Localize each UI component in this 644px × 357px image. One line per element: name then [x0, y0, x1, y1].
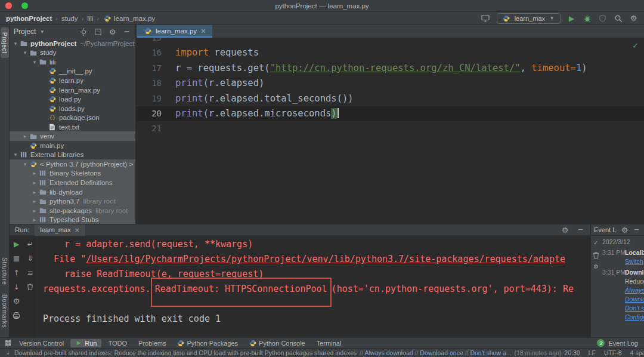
- tree-item-site-packages[interactable]: ▸site-packageslibrary root: [10, 206, 135, 216]
- collapse-all-button[interactable]: [94, 27, 103, 36]
- status-widget-utf-8[interactable]: UTF-8: [604, 349, 622, 356]
- tree-item-typeshed-stubs[interactable]: ▸Typeshed Stubs: [10, 215, 135, 224]
- tree-item-binary-skeletons[interactable]: ▸Binary Skeletons: [10, 169, 135, 178]
- toolwindow-button-version-control[interactable]: Version Control: [14, 339, 69, 347]
- toolwindow-button-event-log[interactable]: 2Event Log: [597, 339, 640, 347]
- tree-toggle-icon[interactable]: ▾: [21, 50, 29, 56]
- tree-item-text-txt[interactable]: text.txt: [10, 122, 135, 132]
- tree-item-loads-py[interactable]: loads.py: [10, 104, 135, 113]
- line-number[interactable]: 16: [136, 45, 171, 60]
- tree-item-init-py[interactable]: __init__.py: [10, 67, 135, 76]
- locate-file-button[interactable]: [79, 27, 88, 36]
- hide-panel-icon[interactable]: ─: [632, 226, 641, 235]
- line-number[interactable]: 21: [136, 121, 171, 136]
- tree-toggle-icon[interactable]: ▸: [31, 189, 38, 195]
- code-line-18[interactable]: 18print(r.elapsed): [136, 76, 644, 91]
- tool-stripe-project[interactable]: Project: [1, 27, 9, 58]
- breadcrumb-pythonproject[interactable]: pythonProject: [6, 15, 52, 22]
- close-tab-icon[interactable]: ×: [75, 226, 80, 234]
- tree-toggle-icon[interactable]: ▾: [21, 161, 29, 167]
- tool-stripe-structure[interactable]: Structure: [1, 253, 9, 290]
- run-button[interactable]: ▶: [567, 14, 576, 23]
- scroll-to-end-button[interactable]: ⇓: [26, 254, 35, 263]
- code-line-19[interactable]: 19print(r.elapsed.total_seconds()): [136, 91, 644, 106]
- code-line-15[interactable]: 15: [136, 38, 644, 45]
- event-log-link[interactable]: Always: [625, 286, 644, 295]
- clear-events-button[interactable]: [593, 251, 600, 258]
- panel-settings-icon[interactable]: ⚙: [108, 27, 117, 36]
- event-log-link[interactable]: Don't s: [625, 304, 644, 313]
- run-tab[interactable]: learn_max ×: [35, 224, 85, 236]
- event-log-link[interactable]: Downloa: [625, 295, 644, 304]
- code-line-20[interactable]: 20print(r.elapsed.microseconds): [136, 106, 644, 121]
- settings-icon[interactable]: ⚙: [629, 14, 638, 23]
- breadcrumb-lili[interactable]: lili: [87, 15, 93, 22]
- code-line-17[interactable]: 17r = requests.get("http://cn.python-req…: [136, 61, 644, 76]
- tree-item-python3-7[interactable]: ▸python3.7library root: [10, 196, 135, 206]
- down-stack-trace-button[interactable]: ↓: [12, 282, 21, 291]
- stop-button[interactable]: ■: [12, 254, 21, 263]
- tree-item-venv[interactable]: ▸venv: [10, 131, 135, 141]
- status-widget-20-30[interactable]: 20:30: [564, 349, 580, 356]
- toolwindow-button-problems[interactable]: Problems: [134, 339, 171, 347]
- soft-wrap-button[interactable]: ↵: [26, 239, 35, 248]
- tree-item-python-3-7-pythonproject[interactable]: ▾< Python 3.7 (pythonProject) >/U: [10, 159, 135, 169]
- tree-item-lili[interactable]: ▾lili: [10, 57, 135, 67]
- tree-item-study[interactable]: ▾study: [10, 48, 135, 58]
- tree-item-lib-dynload[interactable]: ▸lib-dynload: [10, 187, 135, 197]
- chevron-down-icon[interactable]: ▾: [39, 27, 45, 36]
- tree-item-external-libraries[interactable]: ▾External Libraries: [10, 150, 135, 160]
- code-line-16[interactable]: 16import requests: [136, 45, 644, 60]
- line-number[interactable]: 20: [136, 106, 171, 121]
- console-settings-button[interactable]: ⚙: [12, 297, 21, 306]
- coverage-button[interactable]: [598, 14, 607, 23]
- zoom-window-button[interactable]: [21, 2, 28, 9]
- close-tab-icon[interactable]: ×: [200, 27, 206, 35]
- toolwindow-button-todo[interactable]: TODO: [103, 339, 132, 347]
- toolwindow-button-terminal[interactable]: Terminal: [312, 339, 346, 347]
- tree-toggle-icon[interactable]: ▸: [31, 198, 38, 204]
- status-link-always-download[interactable]: Always download: [365, 349, 413, 356]
- hide-panel-icon[interactable]: ─: [576, 226, 585, 235]
- toolwindow-button-python-console[interactable]: Python Console: [244, 339, 310, 347]
- status-link-don-t-show-a[interactable]: Don't show a...: [470, 349, 511, 356]
- clear-console-button[interactable]: [26, 282, 35, 291]
- code-with-me-icon[interactable]: [481, 14, 490, 23]
- event-log-settings-button[interactable]: ⚙: [593, 263, 600, 270]
- stacktrace-file-link[interactable]: /Users/llg/PycharmProjects/pythonProject…: [86, 254, 565, 264]
- status-link-download-once[interactable]: Download once: [420, 349, 463, 356]
- rerun-button[interactable]: ▶: [12, 239, 21, 248]
- tree-item-learn-py[interactable]: learn.py: [10, 76, 135, 85]
- tree-toggle-icon[interactable]: ▸: [21, 133, 29, 139]
- search-everywhere-icon[interactable]: [614, 14, 623, 23]
- tree-item-extended-definitions[interactable]: ▸Extended Definitions: [10, 178, 135, 187]
- editor-tab-learn-max-py[interactable]: learn_max.py×: [137, 25, 212, 38]
- tree-toggle-icon[interactable]: ▸: [31, 217, 38, 223]
- tree-item-main-py[interactable]: main.py: [10, 141, 135, 150]
- panel-settings-icon[interactable]: ⚙: [561, 226, 569, 235]
- line-number[interactable]: 17: [136, 61, 171, 76]
- console-menu-button[interactable]: ≡: [26, 268, 35, 277]
- panel-settings-icon[interactable]: ⚙: [620, 226, 629, 235]
- tree-toggle-icon[interactable]: ▾: [12, 152, 19, 158]
- event-log-link[interactable]: Configu: [625, 313, 644, 322]
- code-line-21[interactable]: 21: [136, 121, 644, 136]
- line-number[interactable]: 19: [136, 91, 171, 106]
- tree-item-pythonproject[interactable]: ▾pythonProject~/PycharmProjects/p: [10, 39, 135, 48]
- line-number[interactable]: 18: [136, 76, 171, 91]
- tree-toggle-icon[interactable]: ▾: [31, 59, 38, 65]
- tree-toggle-icon[interactable]: ▸: [31, 208, 38, 214]
- up-stack-trace-button[interactable]: ↑: [12, 268, 21, 277]
- status-widget-lf[interactable]: LF: [589, 349, 596, 356]
- toolwindow-button-run[interactable]: ▶Run: [70, 339, 101, 347]
- tree-item-learn-max-py[interactable]: learn_max.py: [10, 85, 135, 95]
- run-configuration-select[interactable]: learn_max▾: [497, 13, 561, 24]
- toolwindow-button-python-packages[interactable]: Python Packages: [172, 339, 243, 347]
- breadcrumb-learn-max-py[interactable]: learn_max.py: [103, 14, 155, 23]
- tree-item-load-py[interactable]: load.py: [10, 94, 135, 104]
- tree-toggle-icon[interactable]: ▸: [31, 170, 38, 176]
- mark-all-read-button[interactable]: ✓: [593, 239, 600, 247]
- print-console-button[interactable]: [12, 311, 21, 320]
- tree-toggle-icon[interactable]: ▸: [31, 180, 38, 186]
- event-log-link[interactable]: Switch: [625, 257, 644, 266]
